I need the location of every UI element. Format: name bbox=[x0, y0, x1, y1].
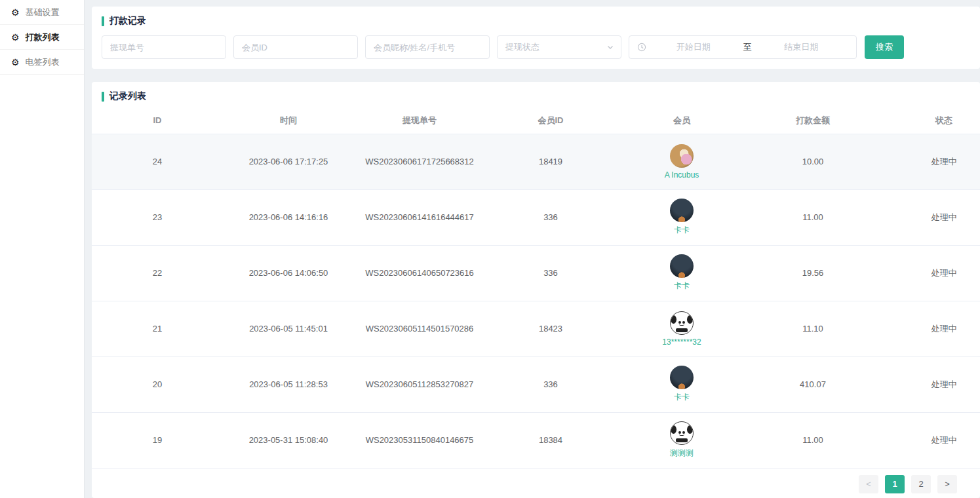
cell-id: 20 bbox=[92, 356, 223, 412]
cell-member: 测测测 bbox=[616, 412, 747, 468]
section-title-records-list: 记录列表 bbox=[92, 90, 980, 102]
col-header-order-no: 提现单号 bbox=[354, 107, 485, 134]
gear-icon: ⚙ bbox=[11, 58, 20, 67]
cell-member-id: 336 bbox=[485, 245, 616, 301]
col-header-member: 会员 bbox=[616, 107, 747, 134]
member-avatar bbox=[670, 421, 694, 445]
cell-status: 处理中 bbox=[878, 412, 980, 468]
pagination-prev-button[interactable]: < bbox=[859, 475, 878, 493]
member-name-input[interactable] bbox=[365, 35, 490, 59]
cell-id: 19 bbox=[92, 412, 223, 468]
cell-member-id: 18423 bbox=[485, 301, 616, 356]
member-name-link[interactable]: 卡卡 bbox=[674, 280, 690, 292]
cell-id: 23 bbox=[92, 189, 223, 245]
gear-icon: ⚙ bbox=[11, 33, 20, 42]
chevron-down-icon bbox=[606, 43, 614, 51]
cell-time: 2023-06-05 11:28:53 bbox=[223, 356, 354, 412]
cell-amount: 11.10 bbox=[747, 301, 878, 356]
cell-time: 2023-06-06 14:16:16 bbox=[223, 189, 354, 245]
date-range-picker[interactable]: 开始日期 至 结束日期 bbox=[629, 35, 857, 59]
pagination: < 1 2 > bbox=[852, 475, 957, 493]
member-avatar bbox=[670, 366, 694, 389]
table-row: 23 2023-06-06 14:16:16 WS202306061416164… bbox=[92, 189, 980, 245]
member-name-link[interactable]: 卡卡 bbox=[674, 225, 690, 236]
title-accent-bar bbox=[102, 92, 104, 102]
cell-member-id: 18419 bbox=[485, 134, 616, 189]
col-header-amount: 打款金额 bbox=[747, 107, 878, 134]
order-no-input[interactable] bbox=[102, 35, 226, 59]
payment-records-filter-card: 打款记录 提现状态 开始日期 至 结束日期 搜索 bbox=[92, 7, 980, 69]
cell-id: 21 bbox=[92, 301, 223, 356]
cell-member-id: 336 bbox=[485, 189, 616, 245]
member-id-input[interactable] bbox=[233, 35, 358, 59]
col-header-time: 时间 bbox=[223, 107, 354, 134]
col-header-status: 状态 bbox=[878, 107, 980, 134]
cell-order-no: WS20230606141616444617 bbox=[354, 189, 485, 245]
table-row: 21 2023-06-05 11:45:01 WS202306051145015… bbox=[92, 301, 980, 356]
cell-status: 处理中 bbox=[878, 245, 980, 301]
date-end-placeholder: 结束日期 bbox=[755, 41, 849, 53]
filter-row: 提现状态 开始日期 至 结束日期 搜索 bbox=[102, 35, 980, 59]
date-start-placeholder: 开始日期 bbox=[646, 41, 741, 53]
cell-time: 2023-06-06 14:06:50 bbox=[223, 245, 354, 301]
withdraw-status-select[interactable]: 提现状态 bbox=[497, 35, 621, 59]
cell-status: 处理中 bbox=[878, 189, 980, 245]
sidebar-item-label: 电签列表 bbox=[26, 56, 60, 68]
cell-amount: 19.56 bbox=[747, 245, 878, 301]
member-avatar bbox=[670, 199, 694, 222]
cell-member-id: 18384 bbox=[485, 412, 616, 468]
cell-member: A Incubus bbox=[616, 134, 747, 189]
table-row: 19 2023-05-31 15:08:40 WS202305311508401… bbox=[92, 412, 980, 468]
cell-order-no: WS20230605112853270827 bbox=[354, 356, 485, 412]
cell-member: 卡卡 bbox=[616, 356, 747, 412]
section-title-text: 记录列表 bbox=[109, 90, 146, 102]
sidebar-item-esign-list[interactable]: ⚙ 电签列表 bbox=[0, 50, 84, 75]
cell-order-no: WS20230606171725668312 bbox=[354, 134, 485, 189]
table-row: 20 2023-06-05 11:28:53 WS202306051128532… bbox=[92, 356, 980, 412]
clock-icon bbox=[637, 43, 646, 52]
sidebar: ⚙ 基础设置 ⚙ 打款列表 ⚙ 电签列表 bbox=[0, 0, 85, 498]
sidebar-item-payment-list[interactable]: ⚙ 打款列表 bbox=[0, 25, 84, 50]
section-title-text: 打款记录 bbox=[109, 15, 146, 27]
table-row: 22 2023-06-06 14:06:50 WS202306061406507… bbox=[92, 245, 980, 301]
sidebar-item-label: 打款列表 bbox=[26, 31, 60, 43]
search-button[interactable]: 搜索 bbox=[865, 35, 904, 59]
member-avatar bbox=[670, 311, 694, 335]
table-header-row: ID 时间 提现单号 会员ID 会员 打款金额 状态 bbox=[92, 107, 980, 134]
sidebar-item-basic-settings[interactable]: ⚙ 基础设置 bbox=[0, 0, 84, 25]
cell-status: 处理中 bbox=[878, 301, 980, 356]
cell-id: 24 bbox=[92, 134, 223, 189]
select-placeholder: 提现状态 bbox=[505, 41, 606, 53]
pagination-next-button[interactable]: > bbox=[937, 475, 957, 493]
gear-icon: ⚙ bbox=[11, 8, 20, 17]
cell-time: 2023-06-05 11:45:01 bbox=[223, 301, 354, 356]
pagination-page-1[interactable]: 1 bbox=[885, 475, 905, 493]
cell-member-id: 336 bbox=[485, 356, 616, 412]
cell-amount: 11.00 bbox=[747, 412, 878, 468]
cell-amount: 410.07 bbox=[747, 356, 878, 412]
cell-time: 2023-05-31 15:08:40 bbox=[223, 412, 354, 468]
cell-amount: 11.00 bbox=[747, 189, 878, 245]
cell-member: 卡卡 bbox=[616, 189, 747, 245]
member-avatar bbox=[670, 144, 694, 168]
member-avatar bbox=[670, 254, 694, 278]
cell-status: 处理中 bbox=[878, 356, 980, 412]
cell-member: 卡卡 bbox=[616, 245, 747, 301]
main-content: 打款记录 提现状态 开始日期 至 结束日期 搜索 bbox=[85, 0, 980, 498]
cell-status: 处理中 bbox=[878, 134, 980, 189]
col-header-member-id: 会员ID bbox=[485, 107, 616, 134]
cell-order-no: WS20230605114501570286 bbox=[354, 301, 485, 356]
cell-id: 22 bbox=[92, 245, 223, 301]
member-name-link[interactable]: 13*******32 bbox=[662, 337, 701, 347]
table-row: 24 2023-06-06 17:17:25 WS202306061717256… bbox=[92, 134, 980, 189]
cell-amount: 10.00 bbox=[747, 134, 878, 189]
cell-order-no: WS20230606140650723616 bbox=[354, 245, 485, 301]
member-name-link[interactable]: 卡卡 bbox=[674, 392, 690, 403]
date-separator: 至 bbox=[741, 41, 755, 53]
member-name-link[interactable]: A Incubus bbox=[665, 170, 699, 180]
section-title-payment-records: 打款记录 bbox=[102, 15, 980, 27]
cell-order-no: WS20230531150840146675 bbox=[354, 412, 485, 468]
title-accent-bar bbox=[102, 16, 104, 26]
pagination-page-2[interactable]: 2 bbox=[911, 475, 931, 493]
member-name-link[interactable]: 测测测 bbox=[670, 448, 694, 459]
